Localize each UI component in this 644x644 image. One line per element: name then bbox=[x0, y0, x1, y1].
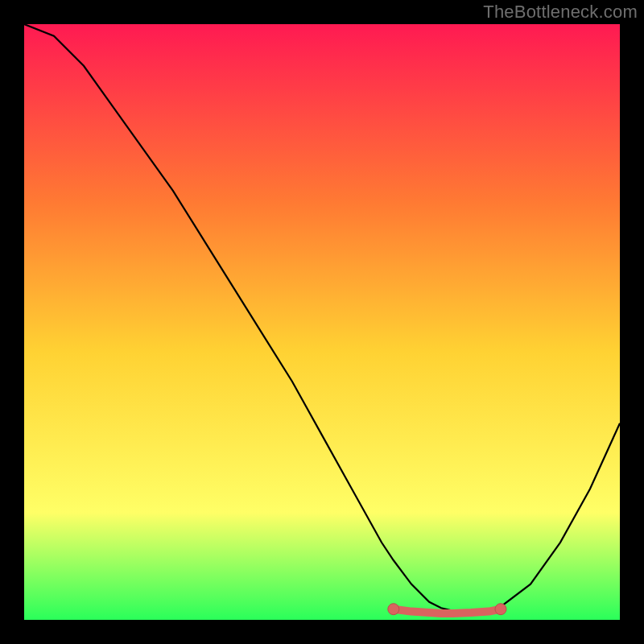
watermark-text: TheBottleneck.com bbox=[483, 2, 638, 23]
chart-plot-area bbox=[24, 24, 620, 620]
chart-container: { "watermark": "TheBottleneck.com", "col… bbox=[0, 0, 644, 644]
highlight-dot bbox=[388, 604, 399, 615]
highlight-band-line bbox=[394, 609, 501, 613]
chart-svg bbox=[24, 24, 620, 620]
gradient-background bbox=[24, 24, 620, 620]
highlight-dot bbox=[495, 604, 506, 615]
